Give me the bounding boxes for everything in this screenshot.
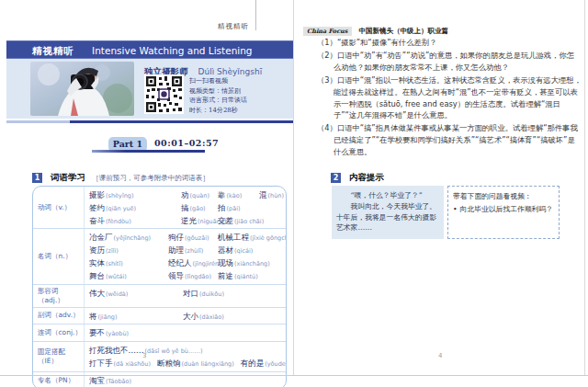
question-number: （1） (317, 38, 337, 47)
vocab-item: 器材(qìcái) (218, 244, 253, 256)
page-right-edge (584, 0, 585, 375)
series-badge: China Focus (303, 27, 352, 36)
vocab-item: 前途(qiántú) (218, 269, 258, 282)
video-meta-line: 扫一扫看视频 (189, 76, 247, 86)
vocab-row-label: 动词（v.） (33, 187, 85, 228)
vocab-item: 拍(pāi) (218, 201, 259, 214)
question-text: 口语中“劝”有“劝告”“劝说”的意思，如果你的朋友总是玩儿游戏，你怎么劝他？如果… (334, 51, 574, 72)
part-time-range: 00:01–02:57 (154, 138, 219, 148)
vocab-item: 大小(dàxiǎo) (183, 310, 224, 323)
video-meta: 扫一扫看视频 视频类型：情景剧 语言形式：日常谈话 时长：14分28秒 (189, 76, 247, 115)
vocab-item: 交差(jiāo chāi) (218, 214, 259, 227)
qr-code-icon (144, 74, 184, 114)
vocab-item: 伟大(wěidà) (89, 287, 183, 300)
question-number: （4） (317, 123, 337, 132)
vocab-row: 副词（adv.）将(jiāng)大小(dàxiǎo) (33, 308, 286, 325)
part-tab: Part 1 (108, 137, 147, 151)
vocab-item: 经纪人(jīngjìrén) (168, 256, 218, 269)
banner-title-zh: 精视精听 (32, 45, 74, 56)
vocab-item: 摄影(shèyǐng) (89, 188, 181, 201)
vocab-item: 机械工程(jīxiè gōngchéng) (218, 231, 287, 244)
question-item: （4）口语中“搞”指具体做某件事或从事某一方面的职业。试着理解“那件事我已经搞定… (317, 122, 582, 158)
vocab-item: 打下手(dǎ xiàshǒu) (89, 357, 151, 370)
vocab-item: 狗仔(gǒuzǎi) (168, 231, 218, 244)
task-bullet: •向北毕业以后找工作顺利吗？ (453, 204, 554, 215)
book-spread: 精视精听 精视精听 Intensive Watching and Listeni… (0, 0, 588, 387)
vocab-item: 舞台(wǔtái) (89, 269, 168, 282)
section-2-header: 2 内容提示 (331, 168, 384, 186)
question-number: （3） (317, 75, 337, 85)
watching-task-box: 带着下面的问题看视频： •向北毕业以后找工作顺利吗？ (447, 186, 560, 239)
unit-banner: 精视精听 Intensive Watching and Listening (6, 40, 293, 59)
vocab-item: 搞(gǎo) (181, 201, 218, 214)
video-title-pinyin: Dúlì Shèyǐngshī (198, 67, 263, 76)
video-info-card: 独立摄影师 Dúlì Shèyǐngshī (6, 59, 293, 119)
vocab-item: 领导(lǐngdǎo) (168, 269, 218, 282)
question-item: （1）“摄影”和“摄像”有什么差别？ (317, 37, 582, 49)
vocab-item: 靠(kào) (218, 188, 259, 201)
vocab-line: 实体(shítǐ)经纪人(jīngjìrén)现场(xiànchǎng) (89, 256, 287, 269)
vocab-line: 打死我也不……(dǎsǐ wǒ yě bù……) (89, 344, 287, 357)
bullet-dot-icon: • (453, 205, 458, 213)
page-bottom-edge (0, 375, 588, 376)
section-1-header: 1 词语学习 ［课前预习，可参考附录中的词语表］ (32, 168, 209, 186)
vocab-row: 固定搭配（IE）打死我也不……(dǎsǐ wǒ yě bù……)打下手(dǎ x… (33, 342, 286, 372)
question-number: （2） (317, 51, 337, 60)
vocab-item: 实体(shítǐ) (89, 256, 168, 269)
vocab-item: 混(hùn) (259, 188, 284, 201)
vocab-item: 有的是(yǒudeshì) (241, 357, 287, 370)
vocab-line: 摄影(shèyǐng)劝(quàn)靠(kào)混(hùn) (89, 188, 286, 201)
page-number-left: 3 (142, 352, 146, 359)
question-text: 口语中“搞”指具体做某件事或从事某一方面的职业。试着理解“那件事我已经搞定了”“… (334, 123, 578, 156)
vocab-item: 现场(xiànchǎng) (218, 256, 270, 269)
vocab-line: 冶金厂(yějīnchǎng)狗仔(gǒuzǎi)机械工程(jīxiè gōng… (89, 231, 287, 244)
vocab-row-label: 名词（n.） (33, 229, 85, 283)
vocab-item: 断粮饷(duàn liángxiǎng) (157, 357, 234, 370)
vocab-item: 要不(yàobù) (89, 326, 129, 339)
vocab-item: 逆光(nìguāng) (181, 214, 218, 227)
section-1-title: 词语学习 (51, 172, 85, 182)
vocab-item: 冶金厂(yějīnchǎng) (89, 231, 168, 244)
vocab-row: 连词（conj.）要不(yàobù) (33, 324, 286, 342)
page-number-right: 4 (438, 352, 442, 359)
section-1-number-badge: 1 (32, 173, 42, 183)
page-gutter-rule (293, 0, 294, 375)
vocab-item: 奋斗(fèndòu) (89, 214, 181, 227)
vocab-row: 名词（n.）冶金厂(yějīnchǎng)狗仔(gǒuzǎi)机械工程(jīxi… (33, 229, 286, 284)
vocab-row: 动词（v.）摄影(shèyǐng)劝(quàn)靠(kào)混(hùn)签约(q… (33, 187, 286, 229)
questions-list: （1）“摄影”和“摄像”有什么差别？ （2）口语中“劝”有“劝告”“劝说”的意思… (317, 37, 582, 159)
vocab-line: 签约(qiān yuē)搞(gǎo)拍(pāi) (89, 201, 286, 214)
vocab-line: 打下手(dǎ xiàshǒu)断粮饷(duàn liángxiǎng)有的是(y… (89, 357, 287, 370)
vocab-line: 伟大(wěidà)对口(duìkǒu) (89, 287, 286, 300)
vocab-table: 动词（v.）摄影(shèyǐng)劝(quàn)靠(kào)混(hùn)签约(q… (32, 186, 287, 387)
task-intro: 带着下面的问题看视频： (453, 191, 554, 202)
vocab-item: 对口(duìkǒu) (183, 287, 224, 300)
vocab-line: 将(jiāng)大小(dàxiǎo) (89, 310, 286, 323)
vocab-item: 助理(zhùlǐ) (168, 244, 218, 256)
banner-title-en: Intensive Watching and Listening (92, 45, 252, 56)
section-2-number-badge: 2 (331, 173, 341, 183)
book-title: 中国新镜头（中级上）职业篇 (359, 27, 449, 35)
video-meta-line: 视频类型：情景剧 (189, 86, 247, 97)
vocab-row-label: 固定搭配（IE） (33, 342, 85, 371)
left-page: 精视精听 精视精听 Intensive Watching and Listeni… (6, 0, 293, 375)
vocab-item: 将(jiāng) (89, 310, 183, 323)
photographer-photo (30, 62, 134, 116)
section-2-title: 内容提示 (349, 172, 384, 182)
dialogue-line: “喂，什么？毕业了？” (336, 190, 439, 201)
vocab-line: 奋斗(fèndòu)逆光(nìguāng)交差(jiāo chāi) (89, 214, 286, 227)
card-underline-rule (6, 120, 293, 123)
vocab-row-label: 副词（adv.） (33, 308, 85, 324)
vocab-item: 签约(qiān yuē) (89, 201, 181, 214)
dialogue-line: 我叫向北，今天我毕业了。十年后，我将是一名伟大的摄影艺术家…… (336, 201, 439, 233)
vocab-line: 舞台(wǔtái)领导(lǐngdǎo)前途(qiántú) (89, 269, 287, 282)
vocab-row: 形容词（adj.）伟大(wěidà)对口(duìkǒu) (33, 285, 286, 308)
question-text: 口语中“混”指以一种状态生活。这种状态常含贬义，表示没有远大理想，能过得去就这样… (334, 75, 582, 120)
part-underline-rule (92, 150, 205, 153)
question-item: （3）口语中“混”指以一种状态生活。这种状态常含贬义，表示没有远大理想，能过得去… (317, 74, 582, 122)
left-running-header: 精视精听 (218, 22, 249, 31)
section-1-note: ［课前预习，可参考附录中的词语表］ (92, 174, 209, 182)
video-meta-line: 语言形式：日常谈话 (189, 96, 247, 106)
vocab-item: 劝(quàn) (181, 188, 218, 201)
dialogue-box: “喂，什么？毕业了？” 我叫向北，今天我毕业了。十年后，我将是一名伟大的摄影艺术… (332, 186, 444, 239)
